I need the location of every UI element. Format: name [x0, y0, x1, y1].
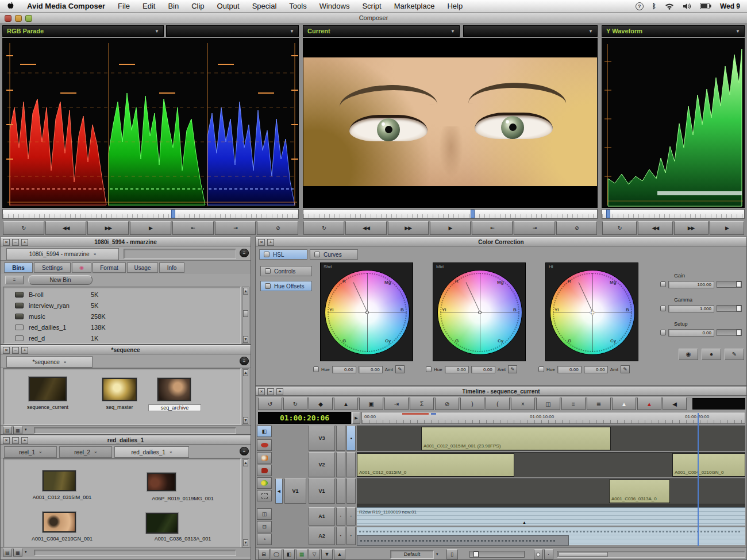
eyedropper-icon[interactable]: ✎: [508, 365, 517, 373]
track-v3-lane[interactable]: A001_C012_0315IM_001 (23.98FPS): [357, 426, 745, 451]
menu-edit[interactable]: Edit: [143, 2, 155, 10]
dailies-bin-titlebar[interactable]: × − + red_dailies_1: [1, 435, 251, 445]
right-position-indicator[interactable]: [606, 210, 610, 218]
menu-bin[interactable]: Bin: [168, 2, 179, 10]
toggle-source-record-icon[interactable]: ⊟: [258, 549, 269, 559]
toolbar-grid-button[interactable]: ▣: [359, 397, 383, 410]
slider-handle[interactable]: [736, 281, 741, 287]
menu-clip[interactable]: Clip: [191, 2, 204, 10]
tab-reel-1[interactable]: reel_1×: [4, 446, 57, 458]
left-monitor-source-dropdown[interactable]: RGB Parade ▼: [2, 25, 164, 37]
clip-label[interactable]: A001_C012_0315IM_001: [7, 495, 117, 500]
traffic-light-close[interactable]: [5, 15, 11, 22]
minimize-icon[interactable]: −: [12, 437, 19, 444]
motion-button[interactable]: ↻: [303, 221, 344, 235]
clip-thumbnail-sequence-current[interactable]: [29, 377, 67, 401]
help-status-icon[interactable]: ?: [636, 2, 644, 10]
color-correction-titlebar[interactable]: × + Color Correction: [256, 237, 746, 246]
bin-fast-menu-button[interactable]: ≡: [5, 276, 24, 284]
segment-lift-icon[interactable]: ◧: [283, 549, 295, 559]
left-monitor-position-bar[interactable]: [2, 209, 299, 219]
close-icon[interactable]: ×: [3, 239, 10, 246]
tab-format[interactable]: Format: [93, 262, 126, 273]
close-icon[interactable]: ×: [3, 437, 10, 444]
go-to-start-button[interactable]: ⇤: [472, 221, 513, 235]
center-monitor-secondary-dropdown[interactable]: ▼: [463, 25, 598, 37]
rewind-button[interactable]: ◀◀: [638, 221, 672, 235]
track-v2-button[interactable]: V2: [309, 452, 335, 477]
match-color-button-1[interactable]: ◉: [679, 349, 698, 360]
track-a1-lane[interactable]: R2dw R19_1100019 new.01 ▲: [357, 507, 745, 526]
gamma-value[interactable]: 1.000: [668, 305, 714, 312]
gain-value[interactable]: 100.00: [668, 281, 714, 288]
go-to-start-button[interactable]: ⇤: [172, 221, 214, 235]
slider-handle[interactable]: [736, 330, 741, 335]
center-position-indicator[interactable]: [471, 210, 475, 218]
gamma-slider[interactable]: [717, 305, 742, 312]
timeline-clip-v2-right[interactable]: A001_C004_0210GN_0: [672, 453, 745, 477]
timeline-scale-slider[interactable]: [469, 551, 525, 558]
bin-row-b-roll[interactable]: B-roll5K: [3, 289, 240, 300]
zoom-icon[interactable]: +: [267, 239, 274, 246]
play-button[interactable]: ▶: [130, 221, 171, 235]
segment-extract-icon[interactable]: ▦: [296, 549, 307, 559]
track-v2-monitor-cell[interactable]: [336, 452, 345, 477]
track-a2-monitor-cell[interactable]: ·: [336, 527, 345, 545]
toolbar-mark-in-button[interactable]: ): [460, 397, 484, 410]
horizontal-scrollbar[interactable]: [34, 427, 236, 434]
tab-reel-2[interactable]: reel_2×: [59, 446, 112, 458]
timeline-ruler[interactable]: 00:00 01:00:10:00 01:00:20:00: [361, 412, 745, 424]
brief-view-icon[interactable]: ▤: [3, 426, 12, 434]
clip-label[interactable]: seq_master: [87, 404, 152, 410]
track-v3-record-cell[interactable]: ▪: [346, 426, 356, 451]
timeline-focus-button[interactable]: ◧: [257, 426, 272, 437]
wheel-center-marker[interactable]: [478, 311, 482, 314]
hue-value[interactable]: 0.00: [445, 366, 469, 373]
volume-icon[interactable]: [683, 3, 691, 10]
center-monitor-source-dropdown[interactable]: Current ▼: [303, 25, 460, 37]
scrollbar-thumb[interactable]: [559, 552, 608, 557]
clip-thumbnail[interactable]: [43, 470, 76, 491]
track-v2-lane[interactable]: A001_C012_0315IM_0 A001_C004_0210GN_0: [357, 452, 745, 477]
waveform-icon[interactable]: ◔: [257, 534, 272, 545]
midtones-color-wheel[interactable]: R Mg B Cy G Yl: [437, 270, 522, 355]
enable-led[interactable]: [313, 366, 319, 372]
clip-label[interactable]: A001_C036_0313A_001: [125, 536, 240, 542]
scroll-right-button[interactable]: ·: [544, 549, 553, 559]
close-icon[interactable]: ×: [258, 239, 265, 246]
track-a1-monitor-cell[interactable]: ·: [336, 507, 345, 526]
fast-forward-button[interactable]: ▶▶: [388, 221, 429, 235]
left-position-indicator[interactable]: [171, 210, 175, 218]
sequence-bin-titlebar[interactable]: × − + *sequence: [1, 345, 251, 354]
enable-led[interactable]: [660, 330, 666, 335]
timeline-clip-v3[interactable]: A001_C012_0315IM_001 (23.98FPS): [421, 427, 611, 450]
match-color-button-3[interactable]: ✎: [725, 349, 744, 360]
wifi-icon[interactable]: [665, 3, 674, 10]
timeline-horizontal-scrollbar[interactable]: [557, 551, 745, 558]
sequence-bin-scrollbar[interactable]: ▲▼: [242, 368, 249, 425]
project-scrollbar[interactable]: ▲▼: [242, 287, 249, 344]
close-icon[interactable]: ×: [3, 347, 10, 354]
controls-button[interactable]: Controls: [260, 266, 312, 276]
menu-app-name[interactable]: Avid Media Composer: [27, 2, 105, 10]
horizontal-scrollbar[interactable]: [34, 550, 236, 556]
composer-titlebar[interactable]: Composer: [0, 13, 747, 24]
menu-tools[interactable]: Tools: [289, 2, 306, 10]
bin-row-music[interactable]: music258K: [3, 311, 240, 322]
fast-menu-button[interactable]: ≡: [240, 357, 249, 365]
menu-marketplace[interactable]: Marketplace: [394, 2, 435, 10]
traffic-light-zoom[interactable]: [25, 15, 32, 22]
menu-file[interactable]: File: [118, 2, 130, 10]
track-v1-monitor-cell[interactable]: [336, 478, 345, 504]
clip-label[interactable]: A06P_R019_0119MG_001: [125, 496, 240, 501]
frame-view-icon[interactable]: ▦: [13, 549, 22, 557]
center-monitor-position-bar[interactable]: [303, 209, 598, 219]
zoom-out-icon[interactable]: ▼: [321, 549, 333, 559]
wheel-center-marker[interactable]: [365, 311, 369, 314]
zoom-icon[interactable]: +: [276, 388, 283, 395]
tab-settings[interactable]: Settings: [34, 262, 71, 273]
scroll-left-button[interactable]: [534, 549, 543, 559]
toolbar-remove-effect-button[interactable]: ⊘: [435, 397, 459, 410]
gain-slider[interactable]: [717, 281, 742, 288]
tab-info[interactable]: Info: [159, 262, 184, 273]
